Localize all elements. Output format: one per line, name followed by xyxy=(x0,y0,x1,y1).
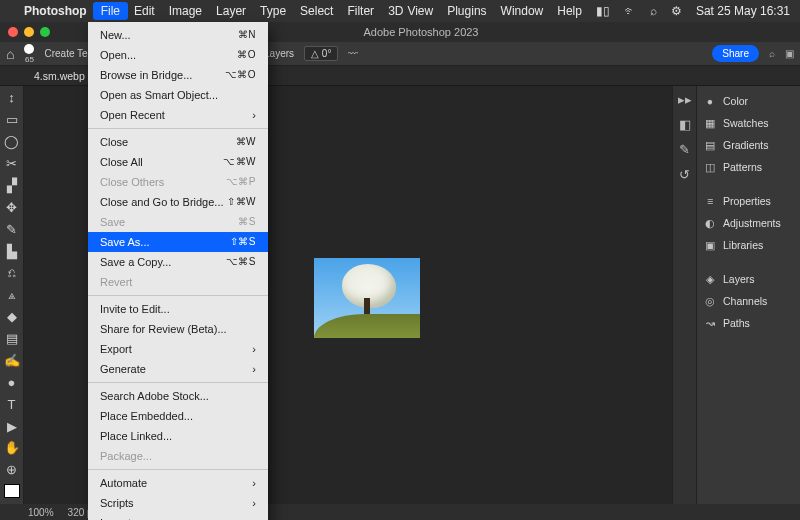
panel-libraries[interactable]: ▣Libraries xyxy=(703,236,794,254)
document-image[interactable] xyxy=(314,258,420,338)
menuitem-place-embedded[interactable]: Place Embedded... xyxy=(88,406,268,426)
pressure-icon[interactable]: 〰 xyxy=(348,48,358,59)
panel-adjustments[interactable]: ◐Adjustments xyxy=(703,214,794,232)
tool-14[interactable]: T xyxy=(3,396,21,412)
panel-gradients[interactable]: ▤Gradients xyxy=(703,136,794,154)
menuitem-export[interactable]: Export› xyxy=(88,339,268,359)
tool-7[interactable]: ▙ xyxy=(3,243,21,259)
panel-label: Color xyxy=(723,95,748,107)
menuitem-save-as[interactable]: Save As...⇧⌘S xyxy=(88,232,268,252)
menuitem-open-as-smart-object[interactable]: Open as Smart Object... xyxy=(88,85,268,105)
zoom-level[interactable]: 100% xyxy=(28,507,54,518)
menuitem-label: Close xyxy=(100,134,128,150)
menuitem-close-all[interactable]: Close All⌥⌘W xyxy=(88,152,268,172)
menu-3d[interactable]: 3D xyxy=(388,4,403,18)
close-window-button[interactable] xyxy=(8,27,18,37)
tool-13[interactable]: ● xyxy=(3,374,21,390)
brushes-icon[interactable]: ✎ xyxy=(679,142,690,157)
app-name[interactable]: Photoshop xyxy=(24,4,87,18)
menuitem-import[interactable]: Import› xyxy=(88,513,268,520)
menu-image[interactable]: Image xyxy=(169,4,202,18)
clock[interactable]: Sat 25 May 16:31 xyxy=(696,4,790,18)
menuitem-share-for-review-beta[interactable]: Share for Review (Beta)... xyxy=(88,319,268,339)
menu-plugins[interactable]: Plugins xyxy=(447,4,486,18)
panel-properties[interactable]: ≡Properties xyxy=(703,192,794,210)
menu-window[interactable]: Window xyxy=(501,4,544,18)
maximize-window-button[interactable] xyxy=(40,27,50,37)
panel-label: Gradients xyxy=(723,139,769,151)
brush-preview[interactable]: 65 xyxy=(24,44,34,64)
patterns-icon: ◫ xyxy=(703,160,717,174)
menu-edit[interactable]: Edit xyxy=(134,4,155,18)
tool-6[interactable]: ✎ xyxy=(3,221,21,237)
panel-toggle-icon[interactable]: ▸▸ xyxy=(678,92,692,107)
menuitem-browse-in-bridge[interactable]: Browse in Bridge...⌥⌘O xyxy=(88,65,268,85)
menu-view[interactable]: View xyxy=(407,4,433,18)
file-dropdown-menu: New...⌘NOpen...⌘OBrowse in Bridge...⌥⌘OO… xyxy=(88,22,268,520)
submenu-chevron-icon: › xyxy=(252,495,256,511)
tool-11[interactable]: ▤ xyxy=(3,331,21,347)
menuitem-scripts[interactable]: Scripts› xyxy=(88,493,268,513)
minimize-window-button[interactable] xyxy=(24,27,34,37)
toolbox: ↕▭◯✂▞✥✎▙⎌⟁◆▤✍●T▶✋⊕ xyxy=(0,86,24,504)
tool-17[interactable]: ⊕ xyxy=(3,462,21,478)
tool-8[interactable]: ⎌ xyxy=(3,265,21,281)
menuitem-close-and-go-to-bridge[interactable]: Close and Go to Bridge...⇧⌘W xyxy=(88,192,268,212)
tool-9[interactable]: ⟁ xyxy=(3,287,21,303)
menu-file[interactable]: File xyxy=(93,2,128,20)
panel-label: Adjustments xyxy=(723,217,781,229)
color-swatch[interactable] xyxy=(4,484,20,498)
channels-icon: ◎ xyxy=(703,294,717,308)
menu-help[interactable]: Help xyxy=(557,4,582,18)
menuitem-automate[interactable]: Automate› xyxy=(88,473,268,493)
tool-3[interactable]: ✂ xyxy=(3,156,21,172)
panel-label: Layers xyxy=(723,273,755,285)
panel-color[interactable]: ●Color xyxy=(703,92,794,110)
panel-swatches[interactable]: ▦Swatches xyxy=(703,114,794,132)
tool-10[interactable]: ◆ xyxy=(3,309,21,325)
home-button[interactable]: ⌂ xyxy=(6,46,14,62)
menuitem-save-a-copy[interactable]: Save a Copy...⌥⌘S xyxy=(88,252,268,272)
menuitem-place-linked[interactable]: Place Linked... xyxy=(88,426,268,446)
tool-2[interactable]: ◯ xyxy=(3,134,21,150)
panel-paths[interactable]: ↝Paths xyxy=(703,314,794,332)
control-center-icon[interactable]: ⚙ xyxy=(671,4,682,18)
menu-select[interactable]: Select xyxy=(300,4,333,18)
search-panels-icon[interactable]: ⌕ xyxy=(769,48,775,59)
menu-filter[interactable]: Filter xyxy=(347,4,374,18)
tool-16[interactable]: ✋ xyxy=(3,440,21,456)
menu-layer[interactable]: Layer xyxy=(216,4,246,18)
tool-4[interactable]: ▞ xyxy=(3,178,21,194)
tool-0[interactable]: ↕ xyxy=(3,90,21,106)
traffic-lights[interactable] xyxy=(8,27,50,37)
share-button[interactable]: Share xyxy=(712,45,759,62)
panel-label: Libraries xyxy=(723,239,763,251)
menuitem-generate[interactable]: Generate› xyxy=(88,359,268,379)
panel-channels[interactable]: ◎Channels xyxy=(703,292,794,310)
search-icon[interactable]: ⌕ xyxy=(650,4,657,18)
workspace-icon[interactable]: ▣ xyxy=(785,48,794,59)
menuitem-open-recent[interactable]: Open Recent› xyxy=(88,105,268,125)
panel-patterns[interactable]: ◫Patterns xyxy=(703,158,794,176)
tool-1[interactable]: ▭ xyxy=(3,112,21,128)
menuitem-label: Place Embedded... xyxy=(100,408,193,424)
menuitem-label: Scripts xyxy=(100,495,134,511)
history-icon[interactable]: ↺ xyxy=(679,167,690,182)
battery-icon: ▮▯ xyxy=(596,4,610,18)
color-picker-icon[interactable]: ◧ xyxy=(679,117,691,132)
menuitem-invite-to-edit[interactable]: Invite to Edit... xyxy=(88,299,268,319)
menuitem-new[interactable]: New...⌘N xyxy=(88,25,268,45)
tool-5[interactable]: ✥ xyxy=(3,199,21,215)
panel-layers[interactable]: ◈Layers xyxy=(703,270,794,288)
menuitem-label: New... xyxy=(100,27,131,43)
tool-12[interactable]: ✍ xyxy=(3,353,21,369)
menuitem-search-adobe-stock[interactable]: Search Adobe Stock... xyxy=(88,386,268,406)
panel-label: Paths xyxy=(723,317,750,329)
menuitem-close[interactable]: Close⌘W xyxy=(88,132,268,152)
angle-field[interactable]: △ 0° xyxy=(304,46,338,61)
menuitem-shortcut: ⌥⌘W xyxy=(223,154,256,170)
menu-type[interactable]: Type xyxy=(260,4,286,18)
submenu-chevron-icon: › xyxy=(252,361,256,377)
menuitem-open[interactable]: Open...⌘O xyxy=(88,45,268,65)
tool-15[interactable]: ▶ xyxy=(3,418,21,434)
